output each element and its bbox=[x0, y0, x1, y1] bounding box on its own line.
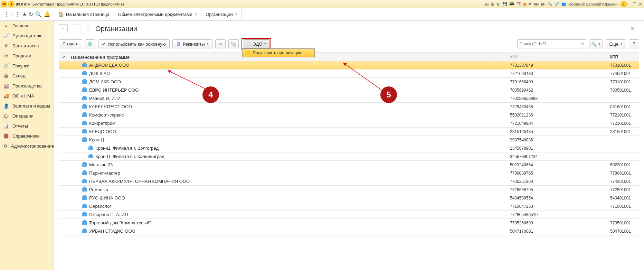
close-tab-icon[interactable]: × bbox=[235, 12, 238, 17]
table-row[interactable]: Иванов И. И. ИП770289658888 bbox=[59, 94, 639, 103]
copy-button[interactable]: 🗐 bbox=[85, 39, 95, 48]
create-button[interactable]: Создать bbox=[59, 39, 82, 48]
org-inn: 772805486510 bbox=[508, 212, 608, 217]
table-row[interactable]: ПЕРВАЯ АККУМУЛЯТОРНАЯ КОМПАНИЯ ООО770525… bbox=[59, 177, 639, 186]
table-row[interactable]: Крон-Ц9937548836 bbox=[59, 136, 639, 144]
calendar-icon[interactable]: 📅 bbox=[516, 2, 521, 6]
history-icon[interactable]: ↻ bbox=[29, 11, 33, 18]
check-column-header[interactable]: ✔ bbox=[59, 55, 69, 59]
sidebar-item[interactable]: ⚙Администрирование bbox=[0, 141, 54, 151]
table-row[interactable]: Паркет-мастер7789089765778901001 bbox=[59, 169, 639, 177]
org-icon bbox=[82, 64, 87, 67]
tab[interactable]: Организации× bbox=[201, 8, 242, 20]
sidebar-item[interactable]: 👤Зарплата и кадры bbox=[0, 101, 54, 111]
sidebar-item[interactable]: 📊Отчеты bbox=[0, 121, 54, 131]
table-row[interactable]: Магазин 235023240664502301001 bbox=[59, 161, 639, 169]
close-window-icon[interactable]: ✕ bbox=[638, 1, 643, 7]
clear-search-icon[interactable]: × bbox=[581, 41, 584, 46]
toolbar-icon[interactable]: ▤ bbox=[485, 2, 489, 6]
search-input[interactable] bbox=[517, 39, 586, 48]
table-row[interactable]: Скворцов П. А. ИП772805486510 bbox=[59, 211, 639, 219]
minimize-icon[interactable]: _ bbox=[629, 2, 631, 6]
table-row[interactable]: Ромашка7728668795772801001 bbox=[59, 186, 639, 194]
user-name[interactable]: Любимов Валерий Юрьевич bbox=[568, 2, 618, 6]
star-icon[interactable]: ★ bbox=[22, 11, 27, 18]
filter-button[interactable]: 🔍▾ bbox=[589, 39, 603, 48]
sidebar-label: Зарплата и кадры bbox=[12, 103, 50, 109]
close-tab-icon[interactable]: × bbox=[195, 12, 197, 17]
info-icon[interactable]: i bbox=[621, 1, 627, 7]
sidebar-item[interactable]: ▦Склад bbox=[0, 71, 54, 81]
calc-icon[interactable]: 📟 bbox=[509, 2, 514, 6]
forward-button[interactable]: → bbox=[72, 24, 81, 33]
table-row[interactable]: Торговый дом "Комплексный"77052606997705… bbox=[59, 219, 639, 227]
m-plus-icon[interactable]: M+ bbox=[534, 2, 539, 6]
sidebar-item[interactable]: ≡Главное bbox=[0, 21, 54, 31]
apps-icon[interactable]: ⋮⋮⋮ bbox=[4, 11, 20, 18]
table-row[interactable]: РУС-ШИНА ООО5404509554540401001 bbox=[59, 194, 639, 202]
org-inn: 7789089765 bbox=[508, 171, 608, 176]
sidebar-icon: 📈 bbox=[3, 33, 9, 38]
grid-icon[interactable]: ▦ bbox=[523, 2, 527, 6]
attach-button[interactable]: 📎 bbox=[228, 39, 239, 48]
org-icon bbox=[82, 213, 87, 216]
edo-button[interactable]: ⬚ЭДО▾ bbox=[243, 39, 270, 48]
sidebar-item[interactable]: 🛒Покупки bbox=[0, 61, 54, 71]
sidebar-item[interactable]: 🚚ОС и НМА bbox=[0, 91, 54, 101]
org-name: Паркет-мастер bbox=[89, 170, 120, 176]
requisites-button[interactable]: 🖶Реквизиты▾ bbox=[172, 39, 212, 48]
org-kpp: 770101001 bbox=[608, 80, 639, 84]
titlebar-dropdown-icon[interactable]: ▾ bbox=[8, 1, 15, 7]
sidebar-item[interactable]: 📕Справочники bbox=[0, 131, 54, 141]
org-icon bbox=[82, 171, 87, 175]
table-row[interactable]: ДОК-3 АО7721063480774501001 bbox=[59, 69, 639, 78]
sidebar-icon: ₽ bbox=[3, 43, 9, 48]
table-header: ✔ Наименование в программе↓ ИНН КПП bbox=[59, 53, 639, 61]
save-icon[interactable]: 💾 bbox=[502, 2, 507, 6]
org-inn: 9937548836 bbox=[508, 138, 608, 142]
close-page-icon[interactable]: × bbox=[631, 25, 639, 32]
sidebar: ≡Главное📈Руководителю₽Банк и касса🛍Прода… bbox=[0, 21, 54, 270]
table-row[interactable]: Конфетпром7721049904772101001 bbox=[59, 119, 639, 128]
table-row[interactable]: Крон-Ц. Филиал в г. Волгоград2345678901 bbox=[59, 144, 639, 152]
doc-icon[interactable]: 🗎 bbox=[496, 2, 500, 6]
tab[interactable]: Обмен электронными документами× bbox=[114, 8, 201, 20]
m-minus-icon[interactable]: M- bbox=[541, 2, 546, 6]
link-icon[interactable]: 🔗 bbox=[555, 2, 559, 6]
table-row[interactable]: Сервислог7710047253771001001 bbox=[59, 202, 639, 211]
org-inn: 345678901234 bbox=[508, 154, 608, 159]
sidebar-item[interactable]: ₽Банк и касса bbox=[0, 41, 54, 51]
table-row[interactable]: Комфорт-сервис5502021236772101001 bbox=[59, 111, 639, 119]
table-row[interactable]: КРЕДО ООО2315160435231501001 bbox=[59, 128, 639, 136]
connect-org-item[interactable]: Подключить организацию bbox=[243, 49, 314, 57]
table-row[interactable]: УРБАН СТУДИО ООО5047170001504701001 bbox=[59, 227, 639, 235]
tab[interactable]: 🏠Начальная страница bbox=[54, 8, 114, 20]
more-button[interactable]: Еще▾ bbox=[606, 39, 626, 48]
favorite-icon[interactable]: ☆ bbox=[85, 25, 91, 33]
search-icon[interactable]: 🔍 bbox=[35, 11, 42, 18]
use-as-main-button[interactable]: ✔Использовать как основную bbox=[98, 39, 170, 48]
org-name: Иванов И. И. ИП bbox=[89, 96, 124, 101]
back-button[interactable]: ← bbox=[59, 24, 68, 33]
inn-column-header[interactable]: ИНН bbox=[508, 55, 608, 59]
sidebar-item[interactable]: 🏭Производство bbox=[0, 81, 54, 91]
sidebar-item[interactable]: 🛍Продажи bbox=[0, 51, 54, 61]
sidebar-icon: ▦ bbox=[3, 73, 9, 78]
table-row[interactable]: Крон-Ц. Филиал в г. Калининград345678901… bbox=[59, 152, 639, 161]
bell-icon[interactable]: 🔔 bbox=[44, 11, 50, 18]
m-icon[interactable]: M bbox=[529, 2, 532, 6]
org-name: РУС-ШИНА ООО bbox=[89, 195, 125, 201]
help-button[interactable]: ? bbox=[629, 39, 639, 48]
table-row[interactable]: АНДРОМЕДА ООО7701387849770101001 bbox=[59, 61, 639, 69]
table-row[interactable]: ДОМ АКБ ООО7701668409770101001 bbox=[59, 78, 639, 86]
table-row[interactable]: КАБЕЛЬТРАСТ ООО7729463458081601001 bbox=[59, 103, 639, 111]
org-name: КАБЕЛЬТРАСТ ООО bbox=[89, 104, 132, 109]
restore-icon[interactable]: ❐ bbox=[633, 2, 636, 6]
mail-button[interactable]: ✉ bbox=[215, 39, 226, 48]
kpp-column-header[interactable]: КПП bbox=[608, 55, 639, 59]
sidebar-item[interactable]: ДтОперации bbox=[0, 111, 54, 121]
sidebar-item[interactable]: 📈Руководителю bbox=[0, 31, 54, 41]
print-icon[interactable]: 🖶 bbox=[491, 2, 494, 6]
search-icon[interactable]: 🔍 bbox=[548, 2, 552, 6]
table-row[interactable]: ЕВРО ИНТЕРЬЕР ООО7805690462780501001 bbox=[59, 86, 639, 94]
